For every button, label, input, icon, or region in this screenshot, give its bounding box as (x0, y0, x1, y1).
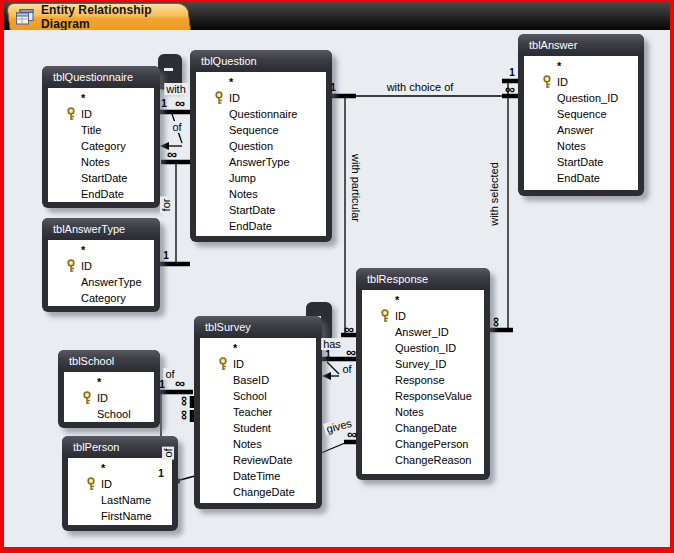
field-row-ReviewDate[interactable]: ReviewDate (200, 452, 316, 468)
field-list: *IDLastNameFirstName (68, 458, 172, 525)
table-window-tblAnswer[interactable]: tblAnswer*IDQuestion_IDSequenceAnswerNot… (518, 34, 644, 196)
field-row-Sequence[interactable]: Sequence (196, 122, 326, 138)
key-column-spacer (218, 421, 233, 435)
table-title-tblAnswer[interactable]: tblAnswer (518, 34, 644, 56)
table-window-tblResponse[interactable]: tblResponse*IDAnswer_IDQuestion_IDSurvey… (356, 268, 490, 480)
field-row-EndDate[interactable]: EndDate (48, 186, 154, 202)
key-column-spacer (66, 187, 81, 201)
field-row-Survey_ID[interactable]: Survey_ID (362, 356, 484, 372)
relationship-line[interactable] (321, 443, 345, 453)
cardinality-many-symbol: ∞ (344, 324, 354, 334)
field-row-StartDate[interactable]: StartDate (196, 202, 326, 218)
field-row-EndDate[interactable]: EndDate (524, 170, 638, 186)
table-window-tblSurvey[interactable]: tblSurvey*IDBaseIDSchoolTeacherStudentNo… (194, 316, 322, 509)
field-row-Notes[interactable]: Notes (200, 436, 316, 452)
field-row-all[interactable]: * (196, 74, 326, 90)
relationship-label: with (164, 83, 188, 95)
field-row-ID[interactable]: ID (68, 476, 172, 492)
field-row-ChangeDate[interactable]: ChangeDate (200, 484, 316, 500)
field-row-Teacher[interactable]: Teacher (200, 404, 316, 420)
table-window-tblSchool[interactable]: tblSchool*IDSchool (58, 350, 160, 428)
field-row-ID[interactable]: ID (64, 390, 154, 406)
field-row-ChangeDate[interactable]: ChangeDate (362, 420, 484, 436)
field-row-Jump[interactable]: Jump (196, 170, 326, 186)
field-row-ID[interactable]: ID (524, 74, 638, 90)
field-row-Answer_ID[interactable]: Answer_ID (362, 324, 484, 340)
field-row-Title[interactable]: Title (48, 122, 154, 138)
key-column-spacer (218, 453, 233, 467)
key-column-spacer (66, 123, 81, 137)
field-name: Category (81, 140, 126, 152)
field-row-all[interactable]: * (524, 58, 638, 74)
field-row-ID[interactable]: ID (48, 106, 154, 122)
field-row-School[interactable]: School (64, 406, 154, 422)
field-row-Sequence[interactable]: Sequence (524, 106, 638, 122)
table-title-tblQuestionnaire[interactable]: tblQuestionnaire (42, 66, 160, 88)
field-row-Question_ID[interactable]: Question_ID (362, 340, 484, 356)
field-row-LastName[interactable]: LastName (68, 492, 172, 508)
table-title-tblSurvey[interactable]: tblSurvey (194, 316, 322, 338)
key-column-spacer (218, 341, 233, 355)
cardinality-one-symbol: 1 (163, 250, 169, 261)
field-row-Notes[interactable]: Notes (48, 154, 154, 170)
key-icon (218, 357, 233, 371)
field-row-ID[interactable]: ID (196, 90, 326, 106)
relationship-line[interactable] (180, 476, 195, 480)
field-row-Student[interactable]: Student (200, 420, 316, 436)
field-row-AnswerType[interactable]: AnswerType (48, 274, 154, 290)
field-row-StartDate[interactable]: StartDate (524, 154, 638, 170)
field-row-all[interactable]: * (200, 340, 316, 356)
cardinality-many-symbol: ∞ (175, 378, 185, 388)
field-name: Category (81, 292, 126, 304)
cardinality-one-symbol: 1 (159, 379, 165, 390)
field-row-StartDate[interactable]: StartDate (48, 170, 154, 186)
key-column-spacer (542, 155, 557, 169)
table-window-tblPerson[interactable]: tblPerson*IDLastNameFirstName (62, 436, 178, 531)
field-row-Category[interactable]: Category (48, 138, 154, 154)
field-row-all[interactable]: * (68, 460, 172, 476)
table-title-tblResponse[interactable]: tblResponse (356, 268, 490, 290)
table-title-tblQuestion[interactable]: tblQuestion (190, 50, 332, 72)
field-row-ID[interactable]: ID (362, 308, 484, 324)
field-name: Sequence (557, 108, 607, 120)
key-icon (214, 91, 229, 105)
field-row-ID[interactable]: ID (48, 258, 154, 274)
field-row-DateTime[interactable]: DateTime (200, 468, 316, 484)
field-row-Notes[interactable]: Notes (524, 138, 638, 154)
field-row-all[interactable]: * (48, 242, 154, 258)
field-row-all[interactable]: * (64, 374, 154, 390)
field-row-Notes[interactable]: Notes (196, 186, 326, 202)
field-row-ResponseValue[interactable]: ResponseValue (362, 388, 484, 404)
cardinality-many-symbol: ∞ (175, 98, 185, 108)
field-row-Category[interactable]: Category (48, 290, 154, 306)
field-row-Notes[interactable]: Notes (362, 404, 484, 420)
field-name: Response (395, 374, 445, 386)
field-row-Answer[interactable]: Answer (524, 122, 638, 138)
field-row-Questionnaire[interactable]: Questionnaire (196, 106, 326, 122)
table-title-tblAnswerType[interactable]: tblAnswerType (42, 218, 160, 240)
field-row-BaseID[interactable]: BaseID (200, 372, 316, 388)
table-window-tblQuestion[interactable]: tblQuestion*IDQuestionnaireSequenceQuest… (190, 50, 332, 242)
field-name: School (233, 390, 267, 402)
field-row-School[interactable]: School (200, 388, 316, 404)
field-name: LastName (101, 494, 151, 506)
field-row-Response[interactable]: Response (362, 372, 484, 388)
field-row-ChangePerson[interactable]: ChangePerson (362, 436, 484, 452)
field-row-all[interactable]: * (362, 292, 484, 308)
field-row-EndDate[interactable]: EndDate (196, 218, 326, 234)
field-row-FirstName[interactable]: FirstName (68, 508, 172, 524)
field-row-ID[interactable]: ID (200, 356, 316, 372)
table-title-tblPerson[interactable]: tblPerson (62, 436, 178, 458)
field-row-AnswerType[interactable]: AnswerType (196, 154, 326, 170)
key-column-spacer (218, 389, 233, 403)
field-row-Question_ID[interactable]: Question_ID (524, 90, 638, 106)
table-window-tblAnswerType[interactable]: tblAnswerType*IDAnswerTypeCategory (42, 218, 160, 312)
field-row-ChangeReason[interactable]: ChangeReason (362, 452, 484, 468)
field-name: Notes (229, 188, 258, 200)
field-name: Notes (233, 438, 262, 450)
field-row-Question[interactable]: Question (196, 138, 326, 154)
field-row-all[interactable]: * (48, 90, 154, 106)
table-title-tblSchool[interactable]: tblSchool (58, 350, 160, 372)
table-window-tblQuestionnaire[interactable]: tblQuestionnaire*IDTitleCategoryNotesSta… (42, 66, 160, 208)
relationship-line[interactable] (327, 362, 339, 374)
